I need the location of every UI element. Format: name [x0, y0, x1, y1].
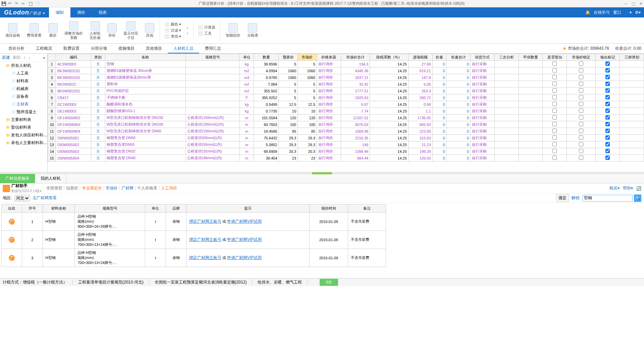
- checkbox[interactable]: [579, 156, 583, 160]
- splitter-handle[interactable]: [312, 172, 332, 174]
- grid-header[interactable]: 是否暂估: [543, 54, 567, 61]
- tree-node[interactable]: 预拌混凝土: [0, 108, 47, 116]
- grid-header[interactable]: 市场价锁定: [567, 54, 596, 61]
- grid-header[interactable]: 输出标记: [596, 54, 620, 61]
- minimize-icon[interactable]: —: [624, 1, 628, 6]
- table-row[interactable]: 5BK5W002201主PVC布保护层m2355.50255自行询价1777.5…: [48, 88, 644, 94]
- checkbox[interactable]: [552, 122, 557, 126]
- tree-node[interactable]: 暂估材料表: [0, 124, 47, 131]
- region-select[interactable]: 河北: [14, 195, 30, 202]
- table-row[interactable]: 8DE1W0003主醇酸防锈漆G53-1kg0.77351010自行询价7.74…: [48, 108, 644, 115]
- bind-account-link[interactable]: 绑定广材网主账号: [189, 219, 221, 224]
- splitter[interactable]: [0, 172, 644, 174]
- grid-header[interactable]: 价差合计: [446, 54, 471, 61]
- table-row[interactable]: 3BK3W003102主难燃B1级橡塑保温30mm厚m30.9785106010…: [48, 74, 644, 81]
- window-menu[interactable]: 窗口: [613, 10, 621, 15]
- ribbon-人材机无价差[interactable]: 人材机无价差: [87, 20, 103, 41]
- grid-header[interactable]: 供货方式: [471, 54, 495, 61]
- checkbox[interactable]: [605, 61, 610, 66]
- tree-node[interactable]: 所有人材机: [0, 62, 47, 70]
- search-go-button[interactable]: 🔍: [634, 194, 641, 202]
- price-row[interactable]: 广2H型钢品种:H型钢 规格(mm): 700×300×13×14牌号:…t凌钢…: [2, 231, 386, 249]
- tree-node[interactable]: 机械表: [0, 85, 47, 93]
- paste-icon[interactable]: 📄: [35, 1, 40, 6]
- checkbox[interactable]: [605, 82, 610, 86]
- checkbox[interactable]: [579, 108, 583, 113]
- checkbox[interactable]: [605, 129, 610, 133]
- ribbon-small-计算器[interactable]: 计算器: [198, 25, 215, 30]
- grid-header[interactable]: 数量: [254, 54, 279, 61]
- table-row[interactable]: 11OF1W000804主W型无承口机制铸铁排水管 DN80公称直径(100mm…: [48, 128, 644, 135]
- bp-grid-header[interactable]: 单位: [145, 205, 166, 213]
- save-icon[interactable]: 💾: [1, 1, 6, 6]
- table-row[interactable]: 14OI0W005003主钢塑复合管 DN32公称直径(32mm以内)m68.8…: [48, 148, 644, 155]
- assistant-badge[interactable]: 广材助手 数据包2020.8.13版▾: [3, 183, 42, 193]
- checkbox[interactable]: [579, 135, 583, 140]
- refresh-icon[interactable]: 🔄: [636, 186, 641, 191]
- checkbox[interactable]: [605, 108, 610, 113]
- tree-node[interactable]: 主要材料表: [0, 116, 47, 124]
- grid-header[interactable]: 三材类别: [620, 54, 644, 61]
- bp-grid-header[interactable]: 序号: [22, 205, 43, 213]
- filter-tab-4[interactable]: 广材网: [121, 185, 133, 191]
- sub-tab-3[interactable]: 分部分项: [85, 44, 113, 53]
- search-input[interactable]: [582, 195, 633, 202]
- checkbox[interactable]: [552, 95, 557, 99]
- checkbox[interactable]: [552, 149, 557, 153]
- grid-header[interactable]: 甲供数量: [519, 54, 543, 61]
- bind-account-link[interactable]: 绑定广材网主账号: [189, 237, 221, 242]
- ribbon-small-颜色[interactable]: 颜色 ▾: [165, 22, 181, 27]
- material-grid[interactable]: 编码类别名称规格型号单位数量预算价市场价价格来源市场价合计除税系数（%）进项税额…: [48, 54, 644, 162]
- checkbox[interactable]: [605, 122, 610, 126]
- grid-header[interactable]: 编码: [56, 54, 91, 61]
- checkbox[interactable]: [579, 142, 583, 146]
- checkbox[interactable]: [605, 149, 610, 153]
- table-row[interactable]: 1AC9W0003主型钢kg38.859655自行询价194.314.2527.…: [48, 61, 644, 68]
- checkbox[interactable]: [605, 88, 610, 93]
- unlock-button[interactable]: 解锁: [570, 194, 581, 202]
- table-row[interactable]: 10OF1W000803主W型无承口机制铸铁排水管 DN100公称直径(100m…: [48, 121, 644, 128]
- checkbox[interactable]: [552, 108, 557, 113]
- ribbon-载价[interactable]: 载价: [46, 23, 60, 38]
- grid-header[interactable]: 价差: [432, 54, 446, 61]
- checkbox[interactable]: [605, 115, 610, 120]
- redo-icon[interactable]: ↷: [15, 1, 19, 6]
- checkbox[interactable]: [605, 142, 610, 146]
- checkbox[interactable]: [579, 75, 583, 79]
- maximize-icon[interactable]: ▢: [632, 1, 635, 6]
- sub-tab-6[interactable]: 人材机汇总: [168, 44, 199, 53]
- ribbon-small-查找[interactable]: 查找 ▾: [165, 34, 181, 39]
- tree-new-button[interactable]: 新建: [2, 55, 10, 60]
- tree-node[interactable]: 发包人供应材料和…: [0, 131, 47, 139]
- bottom-tab-0[interactable]: 广材信息服务: [0, 174, 35, 183]
- checkbox[interactable]: [579, 149, 583, 153]
- checkbox[interactable]: [552, 135, 557, 140]
- ribbon-费用查看[interactable]: 费用查看: [24, 23, 44, 38]
- filter-tab-6[interactable]: 人工询价: [161, 185, 177, 191]
- ribbon-其他[interactable]: 其他: [142, 23, 157, 38]
- ribbon-云检查[interactable]: 云检查: [245, 23, 261, 38]
- table-row[interactable]: 12OI0W005001主钢塑复合管 DN50公称直径(50mm以内)m75.6…: [48, 135, 644, 141]
- tree-node[interactable]: 材料表: [0, 77, 47, 85]
- checkbox[interactable]: [552, 115, 557, 120]
- checkbox[interactable]: [579, 122, 583, 126]
- menu-tab-0[interactable]: 编制: [49, 7, 70, 17]
- checkbox[interactable]: [552, 102, 557, 106]
- apply-vip-link[interactable]: 申请广材网VIP试用: [227, 255, 262, 260]
- bottom-tab-1[interactable]: 我的人材机: [35, 174, 66, 183]
- sub-tab-5[interactable]: 其他项目: [140, 44, 168, 53]
- checkbox[interactable]: [552, 68, 557, 73]
- menu-tab-1[interactable]: 调价: [70, 7, 92, 17]
- bind-account-link[interactable]: 绑定广材网主账号: [189, 255, 221, 260]
- ribbon-项目自检[interactable]: 项目自检: [3, 23, 23, 38]
- ribbon-调整市场价系数[interactable]: 调整市场价系数: [62, 20, 86, 41]
- sub-tab-1[interactable]: 工程概况: [30, 44, 58, 53]
- price-results-grid[interactable]: 出处序号材料名称规格型号单位品牌提示报价时间备注广1H型钢品种:H型钢 规格(m…: [1, 204, 386, 267]
- bp-grid-header[interactable]: 提示: [186, 205, 309, 213]
- grid-header[interactable]: 二次分析: [494, 54, 519, 61]
- grid-header[interactable]: 市场价: [298, 54, 317, 61]
- checkbox[interactable]: [552, 75, 557, 79]
- cut-icon[interactable]: ✂: [21, 1, 26, 6]
- filter-tab-5[interactable]: 个人价格库: [137, 185, 157, 191]
- main-grid-wrap[interactable]: 编码类别名称规格型号单位数量预算价市场价价格来源市场价合计除税系数（%）进项税额…: [48, 54, 644, 172]
